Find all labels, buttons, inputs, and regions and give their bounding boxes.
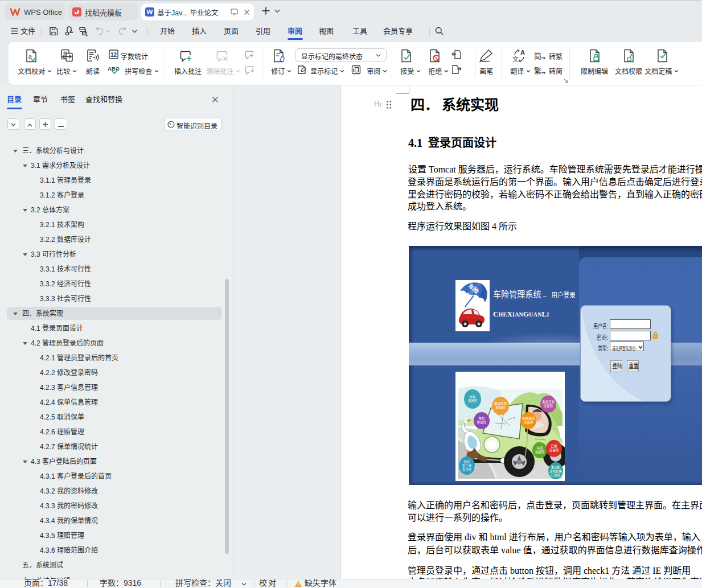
- svg-text:第三者: 第三者: [462, 463, 472, 468]
- svg-text:修复险: 修复险: [477, 420, 487, 425]
- svg-text:文: 文: [512, 55, 519, 63]
- svg-text:责任险: 责任险: [462, 467, 472, 472]
- svg-text:车损: 车损: [478, 416, 485, 421]
- svg-text:a: a: [28, 52, 32, 60]
- svg-text:发动机: 发动机: [551, 465, 561, 470]
- svg-text:责任险: 责任险: [549, 448, 559, 453]
- svg-text:行驶险: 行驶险: [551, 473, 561, 478]
- svg-text:责任险: 责任险: [524, 420, 533, 425]
- svg-text:自燃: 自燃: [551, 444, 557, 449]
- svg-text:商业: 商业: [463, 459, 470, 464]
- svg-text:车辆减值: 车辆减值: [522, 416, 535, 421]
- svg-text:盗抢险: 盗抢险: [468, 398, 478, 403]
- svg-text:全车: 全车: [469, 394, 476, 399]
- svg-text:ABC: ABC: [108, 65, 120, 72]
- svg-text:涉水损失: 涉水损失: [549, 469, 563, 474]
- svg-text:破碎险: 破碎险: [496, 405, 506, 410]
- svg-text:乘客驾乘: 乘客驾乘: [542, 400, 555, 404]
- svg-text:责任险: 责任险: [544, 404, 553, 408]
- svg-text:划痕险: 划痕险: [535, 450, 545, 454]
- svg-text:车损: 车损: [536, 446, 543, 450]
- svg-text:A: A: [520, 49, 525, 56]
- svg-text:12: 12: [110, 52, 117, 58]
- svg-text:玻璃单独: 玻璃单独: [494, 401, 507, 406]
